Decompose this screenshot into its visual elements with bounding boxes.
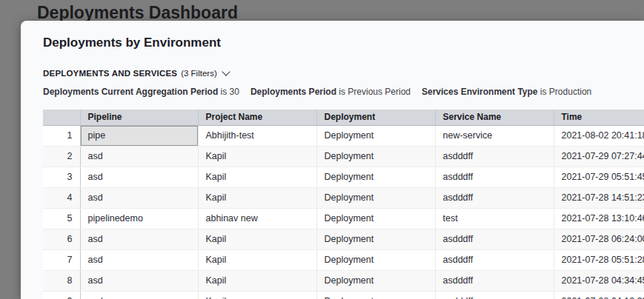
- cell-deployment[interactable]: Deployment: [316, 146, 435, 167]
- filters-count: (3 Filters): [181, 69, 217, 78]
- cell-service[interactable]: asdddff: [435, 229, 554, 249]
- filter-label: Services Environment Type: [422, 87, 538, 97]
- filter-label: Deployments Period: [250, 87, 336, 97]
- filter-environment-type: Services Environment Type is Production: [422, 87, 591, 97]
- row-number: 5: [43, 208, 80, 229]
- cell-pipeline[interactable]: asd: [80, 229, 198, 249]
- cell-project[interactable]: Kapil: [198, 270, 316, 291]
- screen: { "backdrop": { "title": "Deployments Da…: [0, 0, 644, 299]
- cell-time[interactable]: 2021-07-28 13:10:46: [554, 208, 644, 229]
- modal-title: Deployments by Environment: [43, 36, 644, 50]
- column-header-project-name[interactable]: Project Name: [198, 110, 316, 125]
- filter-value: is Previous Period: [336, 87, 411, 97]
- row-number: 7: [43, 249, 80, 270]
- cell-time[interactable]: 2021-07-28 04:12:33: [554, 291, 644, 299]
- cell-project[interactable]: Kapil: [198, 146, 316, 167]
- cell-time[interactable]: 2021-07-28 14:51:23: [554, 187, 644, 208]
- cell-project[interactable]: Kapil: [198, 249, 316, 270]
- cell-service[interactable]: asdddff: [435, 270, 554, 291]
- cell-time[interactable]: 2021-07-28 04:34:45: [554, 270, 644, 291]
- row-number: 8: [43, 270, 80, 291]
- cell-project[interactable]: Abhijith-test: [198, 125, 316, 146]
- table-row: 9asdKapilDeploymentasdddff2021-07-28 04:…: [43, 291, 644, 299]
- cell-deployment[interactable]: Deployment: [316, 270, 435, 291]
- cell-service[interactable]: asdddff: [435, 167, 554, 187]
- cell-time[interactable]: 2021-07-28 05:51:28: [554, 249, 644, 270]
- cell-pipeline[interactable]: asd: [80, 270, 198, 291]
- table-body: 1pipeAbhijith-testDeploymentnew-service2…: [43, 125, 644, 299]
- cell-project[interactable]: Kapil: [198, 167, 316, 187]
- deployments-table-container: Pipeline Project Name Deployment Service…: [43, 110, 644, 299]
- filter-aggregation-period: Deployments Current Aggregation Period i…: [43, 87, 239, 97]
- cell-time[interactable]: 2021-07-29 07:27:44: [554, 146, 644, 167]
- background-page-title: Deployments Dashboard: [37, 3, 238, 23]
- cell-service[interactable]: asdddff: [435, 249, 554, 270]
- column-header-pipeline[interactable]: Pipeline: [80, 110, 198, 125]
- row-number: 9: [43, 291, 80, 299]
- cell-project[interactable]: Kapil: [198, 229, 316, 249]
- cell-deployment[interactable]: Deployment: [316, 249, 435, 270]
- deployments-modal: Deployments by Environment DEPLOYMENTS A…: [21, 21, 644, 299]
- column-header-deployment[interactable]: Deployment: [316, 110, 435, 125]
- filter-value: is 30: [218, 87, 239, 97]
- filter-deployments-period: Deployments Period is Previous Period: [250, 87, 411, 97]
- column-header-service-name[interactable]: Service Name: [435, 110, 554, 125]
- filter-label: Deployments Current Aggregation Period: [43, 87, 218, 97]
- cell-project[interactable]: abhinav new: [198, 208, 316, 229]
- cell-deployment[interactable]: Deployment: [316, 125, 435, 146]
- cell-deployment[interactable]: Deployment: [316, 187, 435, 208]
- cell-deployment[interactable]: Deployment: [316, 167, 435, 187]
- cell-pipeline[interactable]: asd: [80, 291, 198, 299]
- cell-pipeline[interactable]: pipelinedemo: [80, 208, 198, 229]
- table-row: 4asdKapilDeploymentasdddff2021-07-28 14:…: [43, 187, 644, 208]
- table-row: 8asdKapilDeploymentasdddff2021-07-28 04:…: [43, 270, 644, 291]
- cell-pipeline[interactable]: asd: [80, 167, 198, 187]
- cell-time[interactable]: 2021-07-29 05:51:45: [554, 167, 644, 187]
- deployments-table: Pipeline Project Name Deployment Service…: [43, 110, 644, 299]
- cell-deployment[interactable]: Deployment: [316, 208, 435, 229]
- cell-pipeline[interactable]: asd: [80, 249, 198, 270]
- active-filters: Deployments Current Aggregation Period i…: [43, 87, 644, 97]
- table-row: 6asdKapilDeploymentasdddff2021-07-28 06:…: [43, 229, 644, 249]
- cell-pipeline[interactable]: pipe: [80, 125, 198, 146]
- table-row: 3asdKapilDeploymentasdddff2021-07-29 05:…: [43, 167, 644, 187]
- section-label: DEPLOYMENTS AND SERVICES: [43, 69, 177, 78]
- filters-section-toggle[interactable]: DEPLOYMENTS AND SERVICES (3 Filters): [43, 69, 229, 78]
- row-number: 2: [43, 146, 80, 167]
- row-number: 3: [43, 167, 80, 187]
- cell-time[interactable]: 2021-08-02 20:41:18: [554, 125, 644, 146]
- table-row: 7asdKapilDeploymentasdddff2021-07-28 05:…: [43, 249, 644, 270]
- cell-service[interactable]: asdddff: [435, 187, 554, 208]
- cell-service[interactable]: asdddff: [435, 146, 554, 167]
- cell-service[interactable]: asdddff: [435, 291, 554, 299]
- table-row: 1pipeAbhijith-testDeploymentnew-service2…: [43, 125, 644, 146]
- filter-value: is Production: [538, 87, 592, 97]
- cell-pipeline[interactable]: asd: [80, 187, 198, 208]
- cell-project[interactable]: Kapil: [198, 291, 316, 299]
- chevron-down-icon[interactable]: [222, 67, 230, 75]
- table-header-row: Pipeline Project Name Deployment Service…: [43, 110, 644, 125]
- row-number: 1: [43, 125, 80, 146]
- row-number-header: [43, 110, 80, 125]
- cell-service[interactable]: test: [435, 208, 554, 229]
- cell-time[interactable]: 2021-07-28 06:24:00: [554, 229, 644, 249]
- row-number: 4: [43, 187, 80, 208]
- cell-service[interactable]: new-service: [435, 125, 554, 146]
- cell-deployment[interactable]: Deployment: [316, 291, 435, 299]
- column-header-time[interactable]: Time: [554, 110, 644, 125]
- table-row: 2asdKapilDeploymentasdddff2021-07-29 07:…: [43, 146, 644, 167]
- cell-deployment[interactable]: Deployment: [316, 229, 435, 249]
- cell-pipeline[interactable]: asd: [80, 146, 198, 167]
- table-row: 5pipelinedemoabhinav newDeploymenttest20…: [43, 208, 644, 229]
- row-number: 6: [43, 229, 80, 249]
- cell-project[interactable]: Kapil: [198, 187, 316, 208]
